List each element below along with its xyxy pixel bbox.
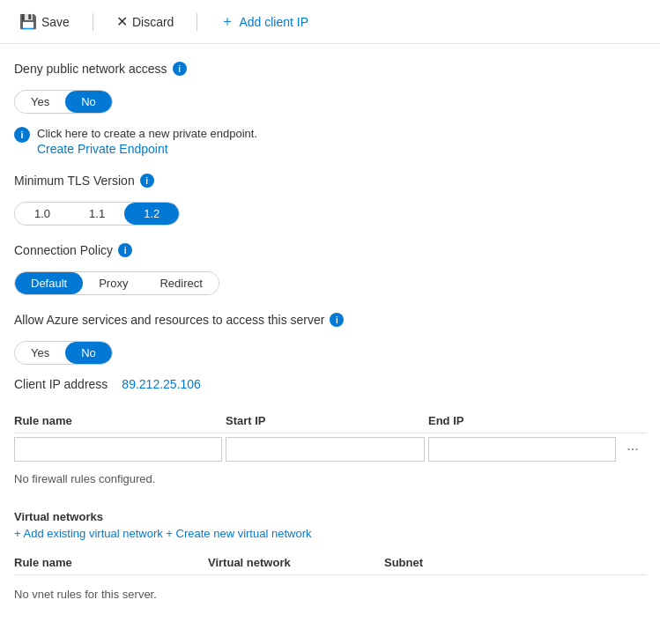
vnet-col-virtual-network: Virtual network [208, 556, 384, 569]
policy-proxy-btn[interactable]: Proxy [83, 272, 144, 294]
row-more-button[interactable]: ··· [619, 440, 646, 459]
discard-icon: ✕ [116, 13, 128, 30]
client-ip-label: Client IP address [14, 377, 108, 391]
firewall-table-header: Rule name Start IP End IP [14, 409, 646, 433]
save-icon: 💾 [19, 13, 37, 30]
private-endpoint-info: i Click here to create a new private end… [14, 126, 646, 156]
vnet-links: + Add existing virtual network + Create … [14, 527, 646, 540]
rule-name-input[interactable] [14, 437, 222, 462]
end-ip-input[interactable] [428, 437, 616, 462]
deny-public-info-icon[interactable]: i [173, 62, 187, 76]
client-ip-row: Client IP address 89.212.25.106 [14, 377, 646, 391]
col-rule-name: Rule name [14, 414, 226, 427]
info-circle-icon: i [14, 127, 30, 143]
no-rules-text: No firewall rules configured. [14, 465, 646, 492]
col-end-ip: End IP [428, 414, 619, 427]
tls-10-btn[interactable]: 1.0 [15, 203, 70, 225]
no-vnet-text: No vnet rules for this server. [14, 581, 646, 608]
vnet-table-header: Rule name Virtual network Subnet [14, 551, 646, 575]
allow-azure-yes-btn[interactable]: Yes [15, 342, 65, 364]
tls-info-icon[interactable]: i [140, 174, 154, 188]
connection-policy-toggle: Default Proxy Redirect [14, 271, 219, 295]
allow-azure-toggle: Yes No [14, 341, 113, 365]
allow-azure-label: Allow Azure services and resources to ac… [14, 313, 646, 327]
connection-policy-label: Connection Policy i [14, 243, 646, 257]
toolbar-divider [93, 13, 93, 31]
add-client-ip-button[interactable]: ＋ Add client IP [215, 9, 314, 34]
policy-redirect-btn[interactable]: Redirect [144, 272, 218, 294]
connection-policy-info-icon[interactable]: i [118, 243, 132, 257]
col-actions [619, 414, 646, 427]
main-content: Deny public network access i Yes No i Cl… [0, 44, 660, 625]
allow-azure-no-btn[interactable]: No [65, 342, 112, 364]
tls-label: Minimum TLS Version i [14, 174, 646, 188]
discard-label: Discard [132, 15, 174, 29]
add-client-ip-label: Add client IP [239, 15, 308, 29]
discard-button[interactable]: ✕ Discard [111, 10, 179, 33]
toolbar: 💾 Save ✕ Discard ＋ Add client IP [0, 0, 660, 44]
deny-public-yes-btn[interactable]: Yes [15, 91, 65, 113]
add-icon: ＋ [220, 12, 234, 31]
create-new-vnet-link[interactable]: + Create new virtual network [166, 527, 311, 540]
tls-12-btn[interactable]: 1.2 [124, 203, 179, 225]
start-ip-input[interactable] [226, 437, 425, 462]
tls-toggle-group: 1.0 1.1 1.2 [14, 202, 180, 226]
deny-public-label: Deny public network access i [14, 62, 646, 76]
create-private-endpoint-link[interactable]: Create Private Endpoint [37, 142, 257, 156]
tls-11-btn[interactable]: 1.1 [70, 203, 124, 225]
col-start-ip: Start IP [226, 414, 428, 427]
vnet-col-rule-name: Rule name [14, 556, 208, 569]
save-button[interactable]: 💾 Save [14, 10, 75, 33]
vnet-title: Virtual networks [14, 510, 646, 523]
policy-default-btn[interactable]: Default [15, 272, 83, 294]
virtual-networks-section: Virtual networks + Add existing virtual … [14, 510, 646, 608]
allow-azure-info-icon[interactable]: i [330, 313, 344, 327]
vnet-col-subnet: Subnet [384, 556, 646, 569]
save-label: Save [41, 15, 70, 29]
client-ip-value: 89.212.25.106 [122, 377, 201, 391]
add-existing-vnet-link[interactable]: + Add existing virtual network [14, 527, 163, 540]
toolbar-divider2 [197, 13, 197, 31]
firewall-table-row: ··· [14, 437, 646, 462]
deny-public-no-btn[interactable]: No [65, 91, 112, 113]
deny-public-toggle: Yes No [14, 90, 113, 114]
private-endpoint-text: Click here to create a new private endpo… [37, 127, 257, 140]
